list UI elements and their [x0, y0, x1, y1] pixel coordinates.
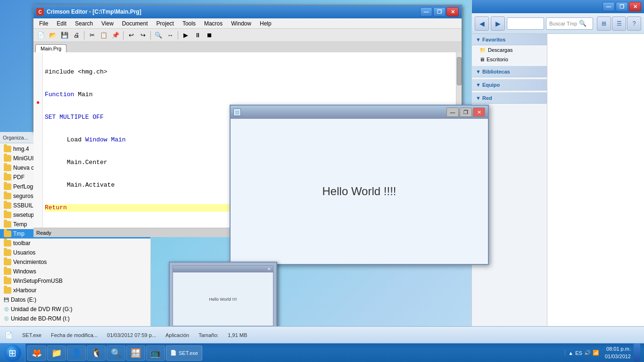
- menu-macros[interactable]: Macros: [200, 19, 226, 28]
- crimson-close-btn[interactable]: ✕: [446, 7, 459, 16]
- volume-icon[interactable]: 🔊: [584, 350, 591, 356]
- hello-close-btn[interactable]: ✕: [473, 107, 485, 117]
- start-button[interactable]: ⊞: [0, 344, 25, 362]
- taskbar-firefox-btn[interactable]: 🦊: [27, 346, 46, 361]
- menu-window[interactable]: Window: [227, 19, 255, 28]
- back-btn[interactable]: ◀: [475, 16, 489, 31]
- taskbar-user-btn[interactable]: 👤: [67, 346, 86, 361]
- crimson-menubar: File Edit Search View Document Project T…: [33, 18, 462, 29]
- search-icon: 🔍: [111, 348, 121, 358]
- show-desktop-btn[interactable]: [634, 344, 640, 362]
- explorer-body: ▼ Favoritos 📁 Descargas 🖥 Escritorio ▼ B…: [472, 34, 644, 326]
- redo-btn[interactable]: ↪: [137, 30, 149, 41]
- menu-project[interactable]: Project: [153, 19, 178, 28]
- folder-swsetup-icon: [4, 212, 11, 218]
- gutter-7: ●: [35, 99, 41, 106]
- downloads-item[interactable]: 📁 Descargas: [472, 45, 547, 55]
- tree-bdrom[interactable]: 💿 Unidad de BD-ROM (I:): [0, 314, 150, 323]
- cut-btn[interactable]: ✂: [86, 30, 98, 41]
- debug-btn[interactable]: ⏸: [192, 30, 203, 41]
- open-btn[interactable]: 📂: [47, 30, 58, 41]
- fileinfo-type: Aplicación: [165, 332, 189, 338]
- network-icon[interactable]: 📶: [593, 350, 599, 356]
- tree-vencimientos[interactable]: Vencimientos: [0, 257, 150, 267]
- paste-btn[interactable]: 📌: [110, 30, 121, 41]
- menu-document[interactable]: Document: [118, 19, 152, 28]
- scrollbar-thumb[interactable]: [457, 57, 462, 85]
- stop-btn[interactable]: ⏹: [204, 30, 215, 41]
- taskbar-clock[interactable]: 08:01 p.m. 01/03/2012: [605, 346, 631, 360]
- crimson-restore-btn[interactable]: ❐: [433, 7, 446, 16]
- menu-file[interactable]: File: [35, 19, 52, 28]
- forward-btn[interactable]: ▶: [491, 16, 505, 31]
- menu-help[interactable]: Help: [256, 19, 275, 28]
- folder-winsetup-label: WinSetupFromUSB: [13, 278, 63, 284]
- network-header[interactable]: ▼ Red: [472, 92, 547, 104]
- tree-dvd[interactable]: 💿 Unidad de DVD RW (G:): [0, 304, 150, 314]
- drive-datos-label: Datos (E:): [11, 296, 36, 303]
- print-btn[interactable]: 🖨: [71, 30, 82, 41]
- menu-view[interactable]: View: [98, 19, 117, 28]
- favorites-header[interactable]: ▼ Favoritos: [472, 34, 547, 45]
- taskbar-folder-btn[interactable]: 📁: [47, 346, 66, 361]
- search-bar[interactable]: Buscar Tmp 🔍: [546, 17, 593, 30]
- new-btn[interactable]: 📄: [35, 30, 47, 41]
- hello-world-window: ⊡ — ❐ ✕ Hello World !!!!: [230, 105, 489, 265]
- desktop-item[interactable]: 🖥 Escritorio: [472, 55, 547, 64]
- gutter-4: [35, 76, 41, 83]
- main-prg-tab[interactable]: Main.Prg: [35, 44, 66, 52]
- libraries-header[interactable]: ▼ Bibliotecas: [472, 66, 547, 77]
- details-btn[interactable]: ☰: [612, 16, 626, 31]
- tree-windows[interactable]: Windows: [0, 267, 150, 276]
- folder-seguros-label: seguros: [13, 193, 33, 199]
- undo-btn[interactable]: ↩: [125, 30, 137, 41]
- copy-btn[interactable]: 📋: [98, 30, 109, 41]
- folder-icon: 📁: [479, 47, 486, 53]
- drive-dvd-icon: 💿: [4, 307, 9, 312]
- hello-restore-btn[interactable]: ❐: [460, 107, 472, 117]
- find-btn[interactable]: 🔍: [153, 30, 164, 41]
- computer-header[interactable]: ▼ Equipo: [472, 79, 547, 90]
- taskbar-search-btn[interactable]: 🔍: [107, 346, 125, 361]
- explorer-restore-btn[interactable]: ❐: [616, 2, 628, 11]
- explorer-close-btn[interactable]: ✕: [629, 2, 641, 11]
- thumb-close[interactable]: ✕: [267, 267, 271, 272]
- folder-windows-label: Windows: [13, 268, 36, 275]
- crimson-minimize-btn[interactable]: —: [420, 7, 432, 16]
- taskbar-tux-btn[interactable]: 🐧: [87, 346, 106, 361]
- tree-winsetup[interactable]: WinSetupFromUSB: [0, 276, 150, 286]
- folder-xharbour-label: xHarbour: [13, 287, 36, 294]
- tree-datos[interactable]: 💾 Datos (E:): [0, 295, 150, 304]
- sep4: [178, 31, 178, 40]
- tree-usuarios[interactable]: Usuarios: [0, 248, 150, 257]
- tree-xharbour[interactable]: xHarbour: [0, 286, 150, 295]
- run-btn[interactable]: ▶: [180, 30, 191, 41]
- app-icon: 📺: [150, 348, 161, 358]
- sep3: [150, 31, 151, 40]
- taskbar-windows-btn[interactable]: 🪟: [126, 346, 145, 361]
- address-bar[interactable]: [507, 17, 544, 30]
- hello-minimize-btn[interactable]: —: [446, 107, 459, 117]
- systray-chevron[interactable]: ▲: [568, 350, 573, 356]
- sep1: [84, 31, 84, 40]
- menu-edit[interactable]: Edit: [53, 19, 70, 28]
- explorer-controls: — ❐ ✕: [603, 2, 641, 11]
- tree-toolbar[interactable]: toolbar: [0, 239, 150, 248]
- folder-hmg4-label: hmg.4: [13, 146, 29, 152]
- clock-date: 01/03/2012: [605, 353, 631, 360]
- taskbar-app-btn[interactable]: 📺: [146, 346, 165, 361]
- explorer-minimize-btn[interactable]: —: [603, 2, 615, 11]
- save-btn[interactable]: 💾: [59, 30, 70, 41]
- gutter-2: [35, 61, 41, 68]
- thumbnail-preview[interactable]: ✕ Hello World !!!!: [169, 262, 277, 330]
- views-btn[interactable]: ⊞: [597, 16, 611, 31]
- menu-tools[interactable]: Tools: [179, 19, 199, 28]
- folder-xharbour-icon: [4, 287, 11, 294]
- explorer-toolbar: ◀ ▶ Buscar Tmp 🔍 ⊞ ☰ ?: [472, 13, 644, 34]
- help-btn[interactable]: ?: [627, 16, 641, 31]
- toolbar-extra: ⊞ ☰ ?: [597, 16, 641, 31]
- menu-search[interactable]: Search: [71, 19, 97, 28]
- taskbar-setexe-btn[interactable]: 📄 SET.exe: [166, 346, 202, 361]
- crimson-titlebar: C Crimson Editor - [C:\Tmp\Main.Prg] — ❐…: [33, 5, 462, 18]
- replace-btn[interactable]: ↔: [165, 30, 176, 41]
